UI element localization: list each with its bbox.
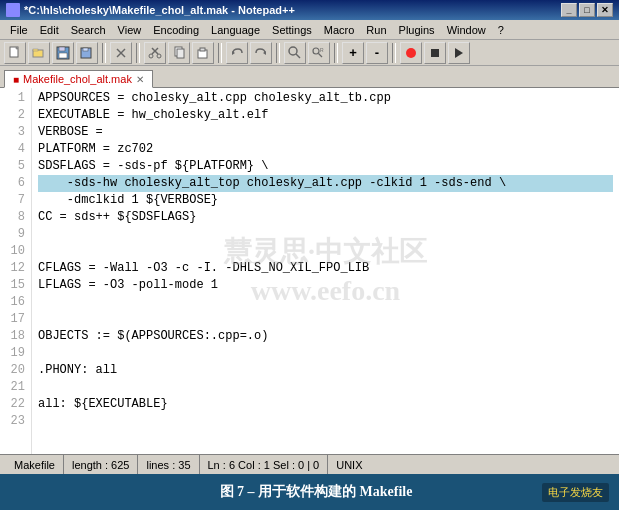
- window-title: *C:\hls\cholesky\Makefile_chol_alt.mak -…: [24, 4, 557, 16]
- status-bar: Makefile length : 625 lines : 35 Ln : 6 …: [0, 454, 619, 474]
- toolbar: R + -: [0, 40, 619, 66]
- svg-line-24: [319, 53, 323, 57]
- save-button[interactable]: [52, 42, 74, 64]
- find-button[interactable]: [284, 42, 306, 64]
- undo-button[interactable]: [226, 42, 248, 64]
- svg-rect-8: [83, 48, 88, 51]
- menu-language[interactable]: Language: [205, 22, 266, 38]
- editor-area: 1234567891012151617181920212223 APPSOURC…: [0, 88, 619, 454]
- svg-point-21: [289, 47, 297, 55]
- maximize-button[interactable]: □: [579, 3, 595, 17]
- caption-bar: 图 7 – 用于软件构建的 Makefile 电子发烧友: [0, 474, 619, 510]
- svg-line-22: [296, 54, 300, 58]
- macro-stop-button[interactable]: [424, 42, 446, 64]
- menu-run[interactable]: Run: [360, 22, 392, 38]
- tab-close-button[interactable]: ✕: [136, 74, 144, 85]
- app-window: *C:\hls\cholesky\Makefile_chol_alt.mak -…: [0, 0, 619, 510]
- menu-view[interactable]: View: [112, 22, 148, 38]
- macro-record-button[interactable]: [400, 42, 422, 64]
- menu-file[interactable]: File: [4, 22, 34, 38]
- close-button[interactable]: ✕: [597, 3, 613, 17]
- save-all-button[interactable]: [76, 42, 98, 64]
- status-length: length : 625: [64, 455, 139, 474]
- svg-rect-18: [200, 48, 205, 51]
- menu-help[interactable]: ?: [492, 22, 510, 38]
- macro-play-button[interactable]: [448, 42, 470, 64]
- svg-rect-6: [59, 53, 67, 58]
- redo-button[interactable]: [250, 42, 272, 64]
- tab-label: Makefile_chol_alt.mak: [23, 73, 132, 85]
- svg-rect-3: [33, 49, 38, 51]
- svg-text:R: R: [320, 47, 324, 53]
- window-controls: _ □ ✕: [561, 3, 613, 17]
- menu-search[interactable]: Search: [65, 22, 112, 38]
- menu-macro[interactable]: Macro: [318, 22, 361, 38]
- caption-text: 图 7 – 用于软件构建的 Makefile: [90, 483, 542, 501]
- svg-rect-5: [59, 47, 65, 51]
- svg-marker-28: [455, 48, 463, 58]
- menu-window[interactable]: Window: [441, 22, 492, 38]
- minimize-button[interactable]: _: [561, 3, 577, 17]
- app-icon: [6, 3, 20, 17]
- svg-point-26: [406, 48, 416, 58]
- cut-button[interactable]: [144, 42, 166, 64]
- svg-point-14: [157, 54, 161, 58]
- status-filetype: Makefile: [6, 455, 64, 474]
- open-button[interactable]: [28, 42, 50, 64]
- menu-encoding[interactable]: Encoding: [147, 22, 205, 38]
- svg-point-23: [313, 48, 319, 54]
- toolbar-separator-1: [102, 43, 106, 63]
- status-lines: lines : 35: [138, 455, 199, 474]
- new-button[interactable]: [4, 42, 26, 64]
- close-tab-button[interactable]: [110, 42, 132, 64]
- tab-bar: ■ Makefile_chol_alt.mak ✕: [0, 66, 619, 88]
- svg-rect-16: [177, 49, 184, 58]
- zoom-out-button[interactable]: -: [366, 42, 388, 64]
- status-eol: UNIX: [328, 455, 370, 474]
- copy-button[interactable]: [168, 42, 190, 64]
- menu-bar: File Edit Search View Encoding Language …: [0, 20, 619, 40]
- toolbar-separator-2: [136, 43, 140, 63]
- caption-logo: 电子发烧友: [542, 483, 609, 502]
- code-content[interactable]: APPSOURCES = cholesky_alt.cpp cholesky_a…: [32, 88, 619, 454]
- menu-edit[interactable]: Edit: [34, 22, 65, 38]
- toolbar-separator-6: [392, 43, 396, 63]
- paste-button[interactable]: [192, 42, 214, 64]
- status-cursor: Ln : 6 Col : 1 Sel : 0 | 0: [200, 455, 329, 474]
- svg-point-13: [149, 54, 153, 58]
- menu-plugins[interactable]: Plugins: [393, 22, 441, 38]
- file-tab[interactable]: ■ Makefile_chol_alt.mak ✕: [4, 70, 153, 88]
- find-replace-button[interactable]: R: [308, 42, 330, 64]
- line-numbers: 1234567891012151617181920212223: [0, 88, 32, 454]
- zoom-in-button[interactable]: +: [342, 42, 364, 64]
- svg-rect-27: [431, 49, 439, 57]
- title-bar: *C:\hls\cholesky\Makefile_chol_alt.mak -…: [0, 0, 619, 20]
- toolbar-separator-3: [218, 43, 222, 63]
- menu-settings[interactable]: Settings: [266, 22, 318, 38]
- toolbar-separator-4: [276, 43, 280, 63]
- toolbar-separator-5: [334, 43, 338, 63]
